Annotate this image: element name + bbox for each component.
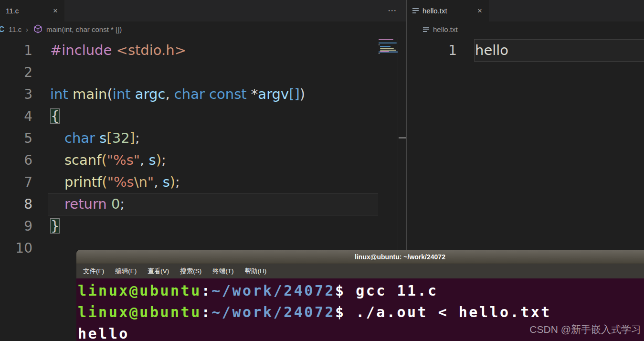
code-text: scanf("%s", s); [50, 152, 166, 168]
code-line[interactable]: 2 [0, 61, 406, 83]
scrollbar-handle[interactable] [399, 137, 406, 139]
code-line[interactable]: 1#include <stdio.h> [0, 39, 406, 61]
line-number: 1 [406, 43, 457, 58]
tab-strip-left: 11.c × ⋯ [0, 0, 406, 21]
close-icon[interactable]: × [477, 7, 482, 15]
breadcrumb-file[interactable]: hello.txt [433, 25, 458, 33]
editor-group-divider[interactable] [406, 0, 407, 250]
chevron-right-icon: › [26, 26, 28, 33]
text-file-icon [412, 8, 419, 14]
line-number: 2 [0, 64, 32, 80]
code-line[interactable]: 5char s[32]; [0, 127, 406, 149]
line-number: 3 [0, 86, 32, 102]
menu-item[interactable]: 搜索(S) [178, 266, 203, 277]
watermark: CSDN @新手嵌入式学习 [529, 323, 641, 336]
code-text: } [50, 218, 60, 234]
line-number: 10 [0, 240, 32, 256]
code-editor-hello-txt[interactable]: 1hello [406, 37, 644, 250]
close-icon[interactable]: × [53, 7, 58, 15]
line-number: 8 [0, 196, 32, 212]
code-text: #include <stdio.h> [50, 42, 186, 58]
tab-11c[interactable]: 11.c × [0, 0, 64, 21]
menu-item[interactable]: 终端(T) [211, 266, 235, 277]
terminal-menubar: 文件(F)编辑(E)查看(V)搜索(S)终端(T)帮助(H) [76, 264, 644, 278]
vscode-window: 11.c × ⋯ hello.txt × C 11.c › main(int, … [0, 0, 644, 341]
code-line[interactable]: 7printf("%s\n", s); [0, 171, 406, 193]
code-line[interactable]: 6scanf("%s", s); [0, 149, 406, 171]
terminal-line: linux@ubuntu:~/work/24072$ ./a.out < hel… [78, 301, 644, 323]
c-language-icon: C [0, 25, 4, 34]
breadcrumb-symbol[interactable]: main(int, char const * []) [46, 25, 122, 33]
terminal-titlebar[interactable]: linux@ubuntu: ~/work/24072 [76, 250, 644, 264]
code-line[interactable]: 9} [0, 215, 406, 237]
line-number: 7 [0, 174, 32, 190]
code-text: printf("%s\n", s); [50, 174, 180, 190]
line-number: 5 [0, 130, 32, 146]
breadcrumb-left: C 11.c › main(int, char const * []) [0, 21, 406, 37]
tab-11c-label: 11.c [6, 7, 19, 15]
terminal-line: linux@ubuntu:~/work/24072$ gcc 11.c [78, 280, 644, 301]
menu-item[interactable]: 文件(F) [81, 266, 106, 277]
menu-item[interactable]: 编辑(E) [113, 266, 138, 277]
line-number: 9 [0, 218, 32, 234]
tab-hello-txt[interactable]: hello.txt × [407, 0, 489, 21]
menu-item[interactable]: 查看(V) [146, 266, 171, 277]
code-line[interactable]: 4{ [0, 105, 406, 127]
text-file-icon [423, 27, 430, 32]
terminal-title: linux@ubuntu: ~/work/24072 [355, 253, 445, 261]
editor-actions-icon[interactable]: ⋯ [388, 5, 398, 16]
code-text: char s[32]; [50, 130, 140, 146]
symbol-cube-icon [33, 24, 42, 35]
menu-item[interactable]: 帮助(H) [243, 266, 269, 277]
minimap[interactable] [379, 39, 398, 249]
tab-strip-right: hello.txt × [406, 0, 644, 21]
breadcrumb-right: hello.txt [406, 21, 644, 37]
tab-hello-label: hello.txt [422, 7, 447, 15]
code-text: int main(int argc, char const *argv[]) [50, 86, 305, 102]
code-text: { [50, 108, 60, 124]
overview-ruler [398, 37, 398, 250]
line-number: 1 [0, 43, 32, 58]
code-line[interactable]: 3int main(int argc, char const *argv[]) [0, 83, 406, 105]
line-number: 6 [0, 152, 32, 168]
current-line-highlight [48, 193, 378, 215]
current-line-highlight [474, 39, 644, 62]
breadcrumb-file[interactable]: 11.c [9, 25, 21, 33]
line-number: 4 [0, 108, 32, 124]
